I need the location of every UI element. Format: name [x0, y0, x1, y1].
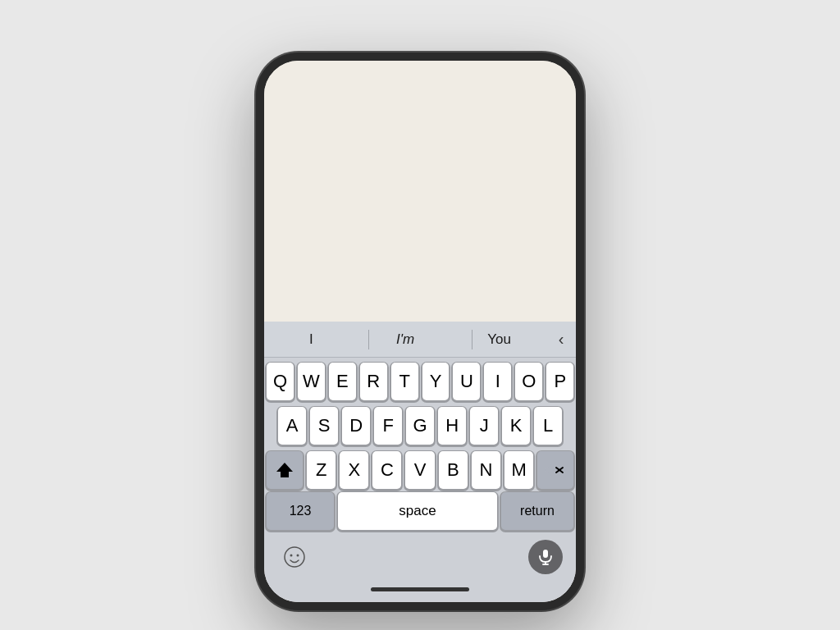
key-l[interactable]: L	[534, 407, 562, 445]
key-space[interactable]: space	[338, 492, 497, 530]
autocomplete-item-you[interactable]: You	[452, 322, 546, 357]
mic-button[interactable]	[528, 540, 563, 574]
key-o[interactable]: O	[515, 363, 542, 400]
key-w[interactable]: W	[298, 363, 325, 400]
key-a[interactable]: A	[278, 407, 306, 445]
key-u[interactable]: U	[453, 363, 480, 400]
shift-key[interactable]	[267, 451, 303, 489]
phone-frame: I I'm You ‹ Q W E R	[256, 52, 584, 610]
key-m[interactable]: M	[504, 451, 533, 489]
phone-wrapper: I I'm You ‹ Q W E R	[248, 20, 592, 610]
key-t[interactable]: T	[391, 363, 418, 400]
bottom-row: 123 space return	[264, 492, 576, 530]
key-c[interactable]: C	[372, 451, 401, 489]
phone-top-area	[264, 61, 576, 322]
key-i[interactable]: I	[484, 363, 511, 400]
key-n[interactable]: N	[472, 451, 500, 489]
key-return[interactable]: return	[501, 492, 573, 530]
key-f[interactable]: F	[374, 407, 402, 445]
key-y[interactable]: Y	[422, 363, 450, 400]
home-indicator-area	[264, 579, 576, 602]
key-v[interactable]: V	[405, 451, 434, 489]
keyboard-back-arrow[interactable]: ‹	[546, 330, 576, 349]
home-bar	[371, 587, 469, 591]
key-k[interactable]: K	[502, 407, 530, 445]
svg-point-3	[285, 547, 304, 567]
emoji-mic-row	[264, 533, 576, 579]
key-r[interactable]: R	[360, 363, 387, 400]
key-123[interactable]: 123	[267, 492, 334, 530]
emoji-button[interactable]	[277, 540, 312, 574]
emoji-icon	[283, 546, 306, 568]
key-h[interactable]: H	[438, 407, 466, 445]
microphone-icon	[537, 549, 554, 565]
key-q[interactable]: Q	[267, 363, 294, 400]
keys-area: Q W E R T Y U I O P A S D F G	[264, 358, 576, 492]
key-d[interactable]: D	[342, 407, 370, 445]
svg-marker-0	[276, 463, 293, 477]
divider-2	[472, 330, 472, 349]
svg-point-4	[290, 555, 293, 557]
key-b[interactable]: B	[439, 451, 468, 489]
autocomplete-bar: I I'm You ‹	[264, 322, 576, 358]
key-x[interactable]: X	[340, 451, 368, 489]
divider-1	[368, 330, 369, 349]
key-z[interactable]: Z	[307, 451, 336, 489]
backspace-icon	[545, 462, 566, 478]
key-s[interactable]: S	[310, 407, 338, 445]
backspace-key[interactable]	[537, 451, 573, 489]
key-row-1: Q W E R T Y U I O P	[267, 363, 573, 400]
autocomplete-item-im[interactable]: I'm	[358, 322, 453, 357]
key-g[interactable]: G	[406, 407, 434, 445]
svg-point-5	[297, 555, 299, 557]
shift-icon	[276, 461, 294, 479]
key-p[interactable]: P	[546, 363, 573, 400]
keyboard-container: I I'm You ‹ Q W E R	[264, 322, 576, 602]
key-row-3: Z X C V B N M	[267, 451, 573, 489]
autocomplete-item-i[interactable]: I	[264, 322, 358, 357]
key-e[interactable]: E	[329, 363, 356, 400]
svg-rect-6	[543, 550, 548, 558]
key-row-2: A S D F G H J K L	[267, 407, 573, 445]
key-j[interactable]: J	[470, 407, 498, 445]
